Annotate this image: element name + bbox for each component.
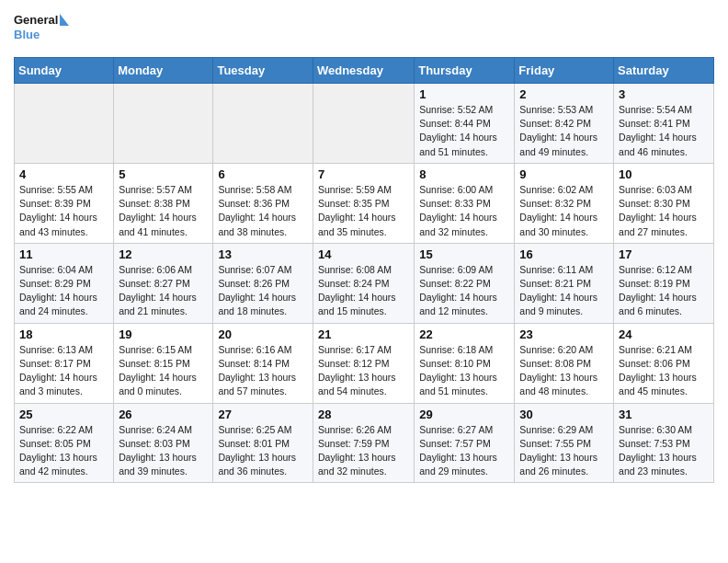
calendar-cell: 11Sunrise: 6:04 AMSunset: 8:29 PMDayligh… — [15, 243, 114, 323]
cell-day-number: 19 — [119, 327, 208, 341]
cell-day-number: 6 — [218, 167, 308, 181]
calendar-cell: 27Sunrise: 6:25 AMSunset: 8:01 PMDayligh… — [213, 403, 313, 483]
calendar-week-row: 25Sunrise: 6:22 AMSunset: 8:05 PMDayligh… — [15, 403, 714, 483]
calendar-table: SundayMondayTuesdayWednesdayThursdayFrid… — [14, 57, 714, 483]
calendar-cell: 26Sunrise: 6:24 AMSunset: 8:03 PMDayligh… — [114, 403, 213, 483]
calendar-cell: 12Sunrise: 6:06 AMSunset: 8:27 PMDayligh… — [114, 243, 213, 323]
cell-info: Sunrise: 6:03 AMSunset: 8:30 PMDaylight:… — [619, 183, 709, 239]
calendar-week-row: 4Sunrise: 5:55 AMSunset: 8:39 PMDaylight… — [15, 163, 714, 243]
calendar-cell: 15Sunrise: 6:09 AMSunset: 8:22 PMDayligh… — [415, 243, 515, 323]
calendar-week-row: 11Sunrise: 6:04 AMSunset: 8:29 PMDayligh… — [15, 243, 714, 323]
cell-day-number: 7 — [318, 167, 409, 181]
cell-day-number: 11 — [19, 247, 108, 261]
cell-info: Sunrise: 6:12 AMSunset: 8:19 PMDaylight:… — [619, 263, 709, 319]
cell-info: Sunrise: 6:17 AMSunset: 8:12 PMDaylight:… — [318, 343, 409, 399]
calendar-cell: 5Sunrise: 5:57 AMSunset: 8:38 PMDaylight… — [114, 163, 213, 243]
cell-info: Sunrise: 6:25 AMSunset: 8:01 PMDaylight:… — [218, 423, 308, 479]
cell-info: Sunrise: 6:21 AMSunset: 8:06 PMDaylight:… — [619, 343, 709, 399]
cell-info: Sunrise: 6:04 AMSunset: 8:29 PMDaylight:… — [19, 263, 108, 319]
calendar-cell: 23Sunrise: 6:20 AMSunset: 8:08 PMDayligh… — [515, 323, 614, 403]
calendar-cell — [213, 84, 313, 164]
calendar-cell: 4Sunrise: 5:55 AMSunset: 8:39 PMDaylight… — [15, 163, 114, 243]
cell-info: Sunrise: 6:08 AMSunset: 8:24 PMDaylight:… — [318, 263, 409, 319]
cell-day-number: 13 — [218, 247, 308, 261]
cell-day-number: 17 — [619, 247, 709, 261]
cell-day-number: 20 — [218, 327, 308, 341]
cell-day-number: 12 — [119, 247, 208, 261]
calendar-cell: 10Sunrise: 6:03 AMSunset: 8:30 PMDayligh… — [614, 163, 714, 243]
cell-info: Sunrise: 6:02 AMSunset: 8:32 PMDaylight:… — [519, 183, 609, 239]
cell-day-number: 16 — [519, 247, 609, 261]
calendar-cell: 29Sunrise: 6:27 AMSunset: 7:57 PMDayligh… — [415, 403, 515, 483]
cell-day-number: 21 — [318, 327, 409, 341]
calendar-cell: 19Sunrise: 6:15 AMSunset: 8:15 PMDayligh… — [114, 323, 213, 403]
calendar-cell: 9Sunrise: 6:02 AMSunset: 8:32 PMDaylight… — [515, 163, 614, 243]
cell-day-number: 25 — [19, 408, 108, 421]
cell-info: Sunrise: 6:30 AMSunset: 7:53 PMDaylight:… — [619, 423, 709, 479]
calendar-cell: 22Sunrise: 6:18 AMSunset: 8:10 PMDayligh… — [415, 323, 515, 403]
cell-day-number: 31 — [619, 408, 709, 421]
cell-day-number: 8 — [419, 167, 509, 181]
cell-info: Sunrise: 6:26 AMSunset: 7:59 PMDaylight:… — [318, 423, 409, 479]
page-header: General Blue — [14, 9, 714, 50]
cell-day-number: 10 — [619, 167, 709, 181]
cell-info: Sunrise: 6:13 AMSunset: 8:17 PMDaylight:… — [19, 343, 108, 399]
calendar-cell: 18Sunrise: 6:13 AMSunset: 8:17 PMDayligh… — [15, 323, 114, 403]
calendar-cell: 6Sunrise: 5:58 AMSunset: 8:36 PMDaylight… — [213, 163, 313, 243]
calendar-cell: 16Sunrise: 6:11 AMSunset: 8:21 PMDayligh… — [515, 243, 614, 323]
calendar-cell — [15, 84, 114, 164]
calendar-cell: 24Sunrise: 6:21 AMSunset: 8:06 PMDayligh… — [614, 323, 714, 403]
cell-info: Sunrise: 5:54 AMSunset: 8:41 PMDaylight:… — [619, 103, 709, 159]
cell-info: Sunrise: 6:07 AMSunset: 8:26 PMDaylight:… — [218, 263, 308, 319]
calendar-header-sunday: Sunday — [15, 58, 114, 84]
cell-info: Sunrise: 6:06 AMSunset: 8:27 PMDaylight:… — [119, 263, 208, 319]
cell-info: Sunrise: 5:58 AMSunset: 8:36 PMDaylight:… — [218, 183, 308, 239]
calendar-cell: 25Sunrise: 6:22 AMSunset: 8:05 PMDayligh… — [15, 403, 114, 483]
calendar-week-row: 18Sunrise: 6:13 AMSunset: 8:17 PMDayligh… — [15, 323, 714, 403]
svg-text:General: General — [14, 13, 58, 27]
calendar-header-monday: Monday — [114, 58, 213, 84]
cell-day-number: 30 — [519, 408, 609, 421]
cell-day-number: 26 — [119, 408, 208, 421]
cell-day-number: 4 — [19, 167, 108, 181]
cell-info: Sunrise: 6:24 AMSunset: 8:03 PMDaylight:… — [119, 423, 208, 479]
calendar-cell: 17Sunrise: 6:12 AMSunset: 8:19 PMDayligh… — [614, 243, 714, 323]
calendar-cell — [313, 84, 414, 164]
cell-info: Sunrise: 5:59 AMSunset: 8:35 PMDaylight:… — [318, 183, 409, 239]
calendar-week-row: 1Sunrise: 5:52 AMSunset: 8:44 PMDaylight… — [15, 84, 714, 164]
cell-day-number: 29 — [419, 408, 509, 421]
cell-info: Sunrise: 6:20 AMSunset: 8:08 PMDaylight:… — [519, 343, 609, 399]
cell-info: Sunrise: 6:27 AMSunset: 7:57 PMDaylight:… — [419, 423, 509, 479]
calendar-cell: 28Sunrise: 6:26 AMSunset: 7:59 PMDayligh… — [313, 403, 414, 483]
calendar-header-thursday: Thursday — [415, 58, 515, 84]
svg-text:Blue: Blue — [14, 28, 40, 41]
cell-info: Sunrise: 6:18 AMSunset: 8:10 PMDaylight:… — [419, 343, 509, 399]
cell-info: Sunrise: 6:29 AMSunset: 7:55 PMDaylight:… — [519, 423, 609, 479]
cell-day-number: 9 — [519, 167, 609, 181]
cell-info: Sunrise: 6:16 AMSunset: 8:14 PMDaylight:… — [218, 343, 308, 399]
cell-info: Sunrise: 5:53 AMSunset: 8:42 PMDaylight:… — [519, 103, 609, 159]
calendar-header-row: SundayMondayTuesdayWednesdayThursdayFrid… — [15, 58, 714, 84]
calendar-cell: 7Sunrise: 5:59 AMSunset: 8:35 PMDaylight… — [313, 163, 414, 243]
cell-day-number: 2 — [519, 87, 609, 101]
logo: General Blue — [14, 9, 69, 50]
cell-day-number: 5 — [119, 167, 208, 181]
calendar-cell: 21Sunrise: 6:17 AMSunset: 8:12 PMDayligh… — [313, 323, 414, 403]
cell-info: Sunrise: 5:57 AMSunset: 8:38 PMDaylight:… — [119, 183, 208, 239]
calendar-header-friday: Friday — [515, 58, 614, 84]
cell-day-number: 28 — [318, 408, 409, 421]
calendar-header-saturday: Saturday — [614, 58, 714, 84]
logo-svg: General Blue — [14, 9, 69, 50]
calendar-cell: 13Sunrise: 6:07 AMSunset: 8:26 PMDayligh… — [213, 243, 313, 323]
calendar-cell: 14Sunrise: 6:08 AMSunset: 8:24 PMDayligh… — [313, 243, 414, 323]
cell-day-number: 1 — [419, 87, 509, 101]
svg-marker-2 — [60, 14, 69, 26]
cell-info: Sunrise: 5:52 AMSunset: 8:44 PMDaylight:… — [419, 103, 509, 159]
cell-day-number: 24 — [619, 327, 709, 341]
calendar-cell: 1Sunrise: 5:52 AMSunset: 8:44 PMDaylight… — [415, 84, 515, 164]
cell-info: Sunrise: 6:00 AMSunset: 8:33 PMDaylight:… — [419, 183, 509, 239]
cell-day-number: 14 — [318, 247, 409, 261]
cell-day-number: 3 — [619, 87, 709, 101]
cell-day-number: 27 — [218, 408, 308, 421]
calendar-cell: 8Sunrise: 6:00 AMSunset: 8:33 PMDaylight… — [415, 163, 515, 243]
